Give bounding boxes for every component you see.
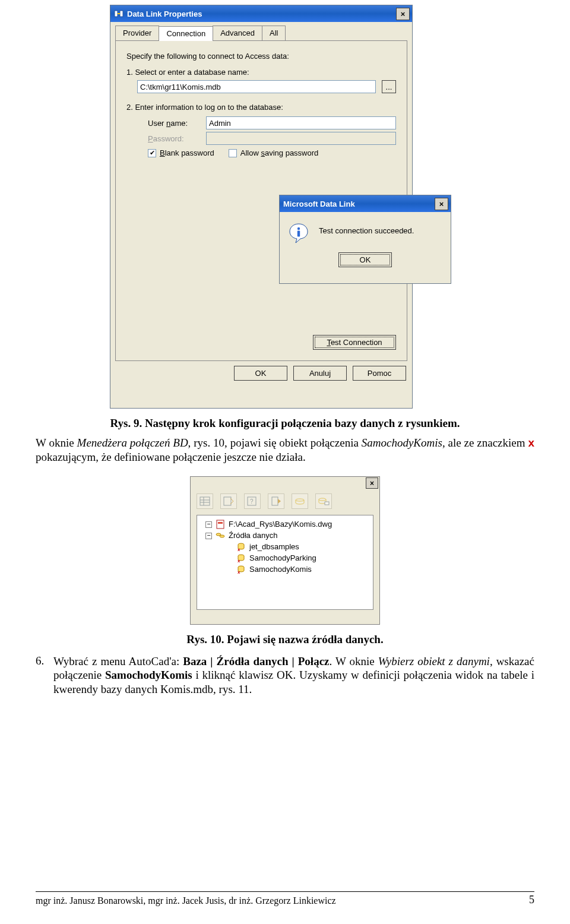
- close-icon[interactable]: ×: [366, 477, 378, 489]
- dialog-buttons: OK Anuluj Pomoc: [110, 366, 406, 381]
- svg-rect-9: [224, 497, 231, 505]
- tree-view[interactable]: − F:\Acad_Rys\Bazy\Komis.dwg − Źródła da…: [197, 515, 373, 610]
- tree-row-item[interactable]: x SamochodyKomis: [200, 564, 370, 575]
- popup-ok-button[interactable]: OK: [338, 252, 392, 267]
- close-icon[interactable]: ×: [435, 198, 448, 210]
- svg-rect-4: [297, 231, 300, 237]
- datalink-icon: [114, 9, 124, 18]
- tree-label: SamochodyKomis: [249, 564, 312, 575]
- screenshot-dbconnect-panel: × ? − F:\Acad_Rys\Bazy\Komis.dwg: [190, 476, 380, 625]
- query-icon[interactable]: ?: [244, 493, 261, 509]
- svg-rect-0: [115, 11, 118, 17]
- password-input: [206, 132, 396, 145]
- svg-rect-5: [200, 497, 210, 505]
- footer-text: mgr inż. Janusz Bonarowski, mgr inż. Jac…: [36, 895, 336, 906]
- tree-row-sources[interactable]: − Źródła danych: [200, 530, 370, 542]
- panel-toolbar: ?: [191, 490, 379, 515]
- screenshot-data-link: Data Link Properties × Provider Connecti…: [71, 5, 499, 409]
- close-icon[interactable]: ×: [396, 8, 410, 20]
- collapse-icon[interactable]: −: [205, 521, 212, 528]
- datasource-icon: x: [236, 553, 246, 563]
- view-table-icon[interactable]: [197, 493, 213, 509]
- svg-point-3: [297, 227, 300, 230]
- svg-rect-12: [272, 497, 278, 505]
- page-number: 5: [529, 894, 534, 906]
- database-path-input[interactable]: C:\tkm\gr11\Komis.mdb: [137, 80, 376, 93]
- datasource-group-icon: [216, 531, 225, 540]
- microsoft-data-link-popup: Microsoft Data Link × Test connection su…: [279, 195, 451, 284]
- svg-text:?: ?: [250, 498, 254, 505]
- tab-all[interactable]: All: [262, 26, 286, 40]
- browse-button[interactable]: ...: [382, 80, 396, 93]
- list-item-6: 6. Wybrać z menu AutoCad'a: Baza | Źródł…: [36, 654, 534, 697]
- popup-titlebar: Microsoft Data Link ×: [280, 195, 451, 212]
- paragraph-1: W oknie Menedżera połączeń BD, rys. 10, …: [36, 436, 534, 464]
- tabs: Provider Connection Advanced All: [115, 26, 407, 40]
- svg-text:x: x: [238, 547, 240, 552]
- password-label: Password:: [148, 134, 200, 143]
- blank-password-checkbox[interactable]: ✔ Blank password: [148, 148, 214, 157]
- svg-point-14: [319, 498, 326, 501]
- svg-point-19: [220, 535, 224, 537]
- svg-point-13: [296, 499, 304, 501]
- datasource-icon: x: [236, 565, 246, 574]
- svg-text:x: x: [238, 569, 240, 574]
- tab-provider[interactable]: Provider: [115, 26, 159, 40]
- tree-label: SamochodyParking: [249, 553, 316, 564]
- tree-row-item[interactable]: x jet_dbsamples: [200, 542, 370, 553]
- link-icon[interactable]: [292, 493, 308, 509]
- tab-advanced[interactable]: Advanced: [213, 26, 262, 40]
- checkbox-icon: [229, 149, 237, 157]
- svg-text:x: x: [238, 558, 240, 563]
- svg-rect-15: [325, 502, 329, 505]
- popup-title: Microsoft Data Link: [283, 200, 431, 208]
- username-label: User name:: [148, 119, 200, 128]
- tab-connection[interactable]: Connection: [159, 26, 213, 41]
- svg-rect-17: [218, 522, 223, 524]
- instruction-label: Specify the following to connect to Acce…: [126, 52, 396, 61]
- svg-rect-1: [120, 11, 123, 17]
- titlebar: Data Link Properties ×: [110, 5, 412, 22]
- collapse-icon[interactable]: −: [205, 533, 212, 539]
- help-button[interactable]: Pomoc: [353, 366, 406, 381]
- dwg-icon: [216, 520, 225, 529]
- allow-saving-password-checkbox[interactable]: Allow saving password: [229, 148, 319, 157]
- list-text: Wybrać z menu AutoCad'a: Baza | Źródła d…: [53, 654, 534, 697]
- cancel-button[interactable]: Anuluj: [293, 366, 347, 381]
- ok-button[interactable]: OK: [234, 366, 287, 381]
- info-icon: [288, 223, 309, 244]
- datasource-icon: x: [236, 542, 246, 552]
- test-connection-button[interactable]: Test Connection: [313, 335, 396, 350]
- execute-icon[interactable]: [268, 493, 284, 509]
- step1-label: 1. Select or enter a database name:: [126, 68, 396, 77]
- tree-label: Źródła danych: [229, 530, 277, 541]
- list-number: 6.: [36, 654, 53, 697]
- figure-caption-10: Rys. 10. Pojawi się nazwa źródła danych.: [36, 633, 534, 646]
- tree-row-item[interactable]: x SamochodyParking: [200, 553, 370, 564]
- checkbox-icon: ✔: [148, 149, 156, 157]
- svg-rect-16: [217, 520, 224, 529]
- label-icon[interactable]: [315, 493, 332, 509]
- tree-label: jet_dbsamples: [249, 542, 299, 552]
- edit-table-icon[interactable]: [220, 493, 237, 509]
- popup-message: Test connection succeeded.: [319, 223, 414, 235]
- step2-label: 2. Enter information to log on to the da…: [126, 103, 396, 112]
- footer-rule: [36, 891, 534, 892]
- dialog-title: Data Link Properties: [127, 10, 392, 18]
- tree-label: F:\Acad_Rys\Bazy\Komis.dwg: [229, 519, 332, 530]
- figure-caption-9: Rys. 9. Następny krok konfiguracji połąc…: [36, 417, 534, 430]
- tree-row-root[interactable]: − F:\Acad_Rys\Bazy\Komis.dwg: [200, 519, 370, 530]
- username-input[interactable]: Admin: [206, 116, 396, 129]
